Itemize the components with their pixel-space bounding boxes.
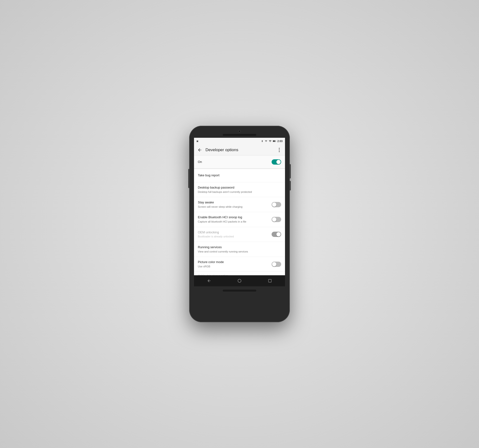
stay-awake-title: Stay awake bbox=[198, 201, 269, 205]
take-bug-report-text: Take bug report bbox=[198, 174, 278, 178]
truncated-item: Mobile data always active... bbox=[194, 272, 285, 275]
notification-icon: ▣ bbox=[196, 140, 199, 142]
setting-item-oem-unlocking[interactable]: OEM unlocking Bootloader is already unlo… bbox=[194, 227, 285, 242]
volume-down-button bbox=[290, 181, 291, 190]
setting-item-bluetooth-hci[interactable]: Enable Bluetooth HCI snoop log Capture a… bbox=[194, 212, 285, 227]
toggle-thumb bbox=[272, 217, 276, 222]
svg-point-5 bbox=[279, 151, 280, 152]
picture-color-mode-text: Picture color mode Use sRGB bbox=[198, 260, 269, 268]
stay-awake-text: Stay awake Screen will never sleep while… bbox=[198, 201, 269, 208]
stay-awake-toggle[interactable] bbox=[272, 202, 281, 207]
page-title: Developer options bbox=[206, 147, 275, 152]
toggle-thumb bbox=[272, 202, 276, 207]
volume-up-button bbox=[188, 169, 189, 188]
svg-rect-7 bbox=[268, 279, 271, 282]
top-speaker bbox=[223, 134, 256, 136]
take-bug-report-title: Take bug report bbox=[198, 174, 278, 178]
desktop-backup-password-text: Desktop backup password Desktop full bac… bbox=[198, 186, 278, 194]
picture-color-mode-subtitle: Use sRGB bbox=[198, 265, 269, 268]
oem-unlocking-subtitle: Bootloader is already unlocked bbox=[198, 235, 269, 238]
svg-rect-2 bbox=[276, 141, 276, 141]
setting-item-picture-color-mode[interactable]: Picture color mode Use sRGB bbox=[194, 257, 285, 272]
front-camera bbox=[238, 130, 241, 133]
back-button[interactable] bbox=[196, 146, 204, 154]
toggle-thumb bbox=[272, 262, 276, 266]
nav-recents-button[interactable] bbox=[266, 276, 274, 285]
developer-options-toggle-row[interactable]: On bbox=[194, 155, 285, 169]
toggle-thumb bbox=[276, 160, 281, 164]
status-left-icons: ▣ bbox=[196, 140, 199, 142]
settings-list: On Take bug report Desktop backup passwo… bbox=[194, 155, 285, 275]
nav-back-button[interactable] bbox=[205, 276, 213, 285]
svg-point-6 bbox=[238, 279, 241, 282]
phone-screen: ▣ 2: bbox=[194, 138, 285, 286]
svg-point-3 bbox=[279, 148, 280, 149]
toggle-thumb bbox=[276, 232, 281, 236]
overflow-menu-button[interactable] bbox=[275, 146, 283, 154]
running-services-subtitle: View and control currently running servi… bbox=[198, 250, 278, 253]
picture-color-mode-toggle[interactable] bbox=[272, 262, 281, 267]
phone-top bbox=[189, 126, 290, 136]
developer-options-toggle[interactable] bbox=[272, 159, 281, 165]
setting-item-running-services[interactable]: Running services View and control curren… bbox=[194, 242, 285, 257]
battery-icon bbox=[273, 140, 276, 142]
nav-bar bbox=[194, 275, 285, 286]
power-button bbox=[290, 164, 291, 179]
oem-unlocking-title: OEM unlocking bbox=[198, 230, 269, 234]
bluetooth-hci-toggle[interactable] bbox=[272, 217, 281, 222]
developer-options-toggle-text: On bbox=[198, 160, 269, 164]
svg-point-4 bbox=[279, 149, 280, 150]
setting-item-take-bug-report[interactable]: Take bug report bbox=[194, 169, 285, 182]
bluetooth-hci-title: Enable Bluetooth HCI snoop log bbox=[198, 215, 269, 220]
status-bar: ▣ 2: bbox=[194, 138, 285, 144]
signal-icon bbox=[269, 140, 272, 143]
status-right-icons: 2:03 bbox=[261, 140, 283, 143]
running-services-text: Running services View and control curren… bbox=[198, 245, 278, 253]
developer-options-toggle-label: On bbox=[198, 160, 269, 164]
running-services-title: Running services bbox=[198, 245, 278, 249]
svg-rect-1 bbox=[273, 141, 275, 142]
bluetooth-icon bbox=[261, 140, 263, 143]
oem-unlocking-text: OEM unlocking Bootloader is already unlo… bbox=[198, 230, 269, 238]
oem-unlocking-toggle[interactable] bbox=[272, 232, 281, 237]
status-time: 2:03 bbox=[277, 140, 283, 143]
bluetooth-hci-text: Enable Bluetooth HCI snoop log Capture a… bbox=[198, 215, 269, 223]
desktop-backup-password-subtitle: Desktop full backups aren't currently pr… bbox=[198, 190, 278, 194]
wifi-icon bbox=[265, 140, 267, 142]
picture-color-mode-title: Picture color mode bbox=[198, 260, 269, 264]
bottom-speaker bbox=[223, 290, 256, 292]
nav-home-button[interactable] bbox=[235, 276, 244, 285]
toolbar: Developer options bbox=[194, 144, 285, 155]
phone-bottom bbox=[189, 286, 290, 295]
phone-device: ▣ 2: bbox=[189, 126, 290, 322]
setting-item-desktop-backup-password[interactable]: Desktop backup password Desktop full bac… bbox=[194, 182, 285, 197]
setting-item-stay-awake[interactable]: Stay awake Screen will never sleep while… bbox=[194, 197, 285, 212]
desktop-backup-password-title: Desktop backup password bbox=[198, 186, 278, 190]
stay-awake-subtitle: Screen will never sleep while charging bbox=[198, 205, 269, 208]
bluetooth-hci-subtitle: Capture all bluetooth HCI packets in a f… bbox=[198, 220, 269, 223]
